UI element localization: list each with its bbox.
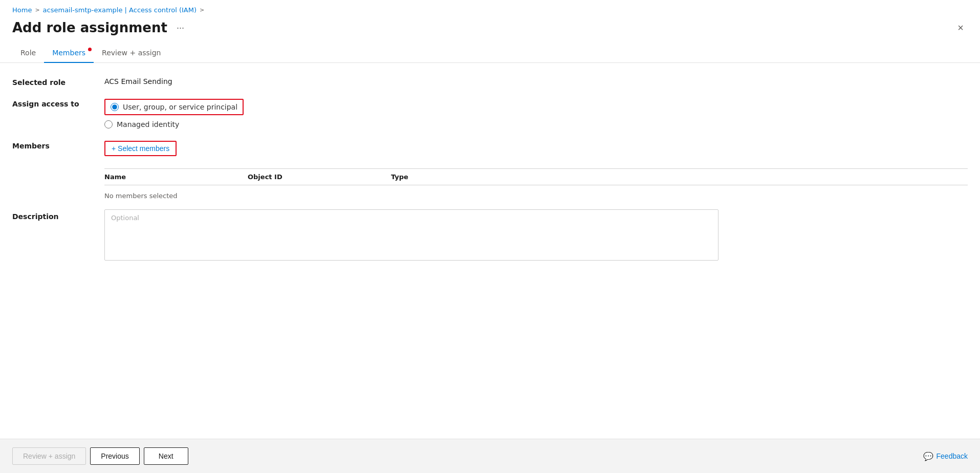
members-label: Members bbox=[12, 141, 104, 150]
assign-access-label: Assign access to bbox=[12, 99, 104, 108]
members-row: Members + Select members bbox=[12, 141, 968, 156]
breadcrumb-resource[interactable]: acsemail-smtp-example | Access control (… bbox=[43, 6, 197, 14]
page-header: Add role assignment ··· × bbox=[0, 16, 980, 44]
feedback-icon: 💬 bbox=[923, 451, 933, 461]
breadcrumb-home[interactable]: Home bbox=[12, 6, 32, 14]
assign-access-options: User, group, or service principal Manage… bbox=[104, 99, 244, 128]
next-button[interactable]: Next bbox=[144, 447, 188, 465]
form-content: Selected role ACS Email Sending Assign a… bbox=[0, 63, 980, 439]
page-title: Add role assignment bbox=[12, 20, 167, 35]
radio-label-user-group: User, group, or service principal bbox=[123, 103, 237, 111]
radio-label-managed-identity: Managed identity bbox=[117, 120, 179, 128]
previous-button[interactable]: Previous bbox=[90, 447, 139, 465]
radio-user-group[interactable]: User, group, or service principal bbox=[104, 99, 244, 115]
tab-members[interactable]: Members bbox=[44, 44, 94, 63]
description-label: Description bbox=[12, 209, 104, 221]
feedback-button[interactable]: 💬 Feedback bbox=[923, 451, 968, 461]
footer-left-buttons: Review + assign Previous Next bbox=[12, 447, 188, 465]
breadcrumb-chevron2: > bbox=[200, 7, 204, 13]
col-object-id: Object ID bbox=[248, 173, 391, 181]
review-assign-button[interactable]: Review + assign bbox=[12, 447, 86, 465]
description-section: Description bbox=[12, 209, 968, 261]
breadcrumb-chevron1: > bbox=[35, 7, 39, 13]
more-options-button[interactable]: ··· bbox=[173, 22, 187, 34]
members-table: Name Object ID Type No members selected bbox=[104, 168, 968, 205]
radio-input-user-group[interactable] bbox=[111, 103, 119, 111]
selected-role-row: Selected role ACS Email Sending bbox=[12, 77, 968, 87]
select-members-button[interactable]: + Select members bbox=[104, 141, 177, 156]
close-button[interactable]: × bbox=[953, 20, 968, 35]
members-dot bbox=[88, 48, 92, 51]
description-input[interactable] bbox=[104, 209, 718, 261]
radio-managed-identity[interactable]: Managed identity bbox=[104, 120, 244, 128]
col-type: Type bbox=[391, 173, 493, 181]
selected-role-value: ACS Email Sending bbox=[104, 77, 172, 85]
radio-input-managed-identity[interactable] bbox=[104, 120, 113, 128]
col-name: Name bbox=[104, 173, 248, 181]
feedback-label: Feedback bbox=[937, 452, 968, 460]
tab-role[interactable]: Role bbox=[12, 44, 44, 63]
selected-role-label: Selected role bbox=[12, 77, 104, 87]
tab-review[interactable]: Review + assign bbox=[94, 44, 169, 63]
assign-access-row: Assign access to User, group, or service… bbox=[12, 99, 968, 128]
tabs-row: Role Members Review + assign bbox=[0, 44, 980, 63]
members-table-body: No members selected bbox=[104, 185, 968, 205]
footer: Review + assign Previous Next 💬 Feedback bbox=[0, 439, 980, 473]
no-members-text: No members selected bbox=[104, 192, 178, 200]
breadcrumb: Home > acsemail-smtp-example | Access co… bbox=[0, 0, 980, 16]
members-table-header: Name Object ID Type bbox=[104, 169, 968, 185]
